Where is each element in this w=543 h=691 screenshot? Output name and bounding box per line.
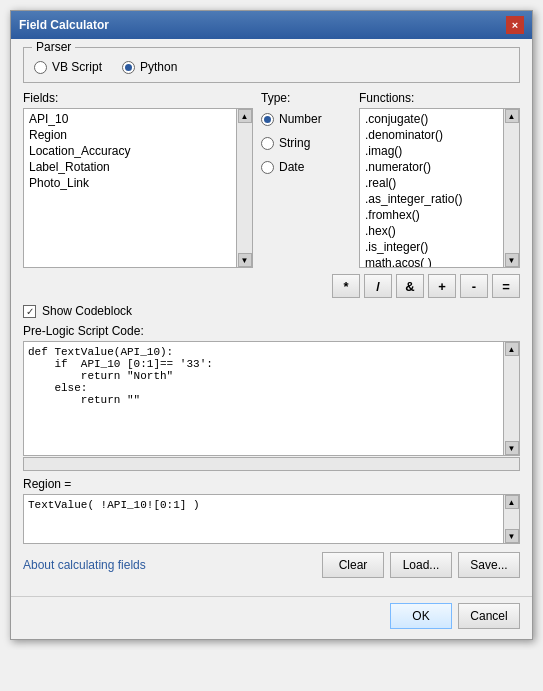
func-scroll-up[interactable]: ▲ — [505, 109, 519, 123]
func-item[interactable]: .conjugate() — [362, 111, 501, 127]
parser-options: VB Script Python — [34, 54, 509, 74]
func-item[interactable]: .hex() — [362, 223, 501, 239]
bottom-row: About calculating fields Clear Load... S… — [23, 552, 520, 584]
func-item[interactable]: .imag() — [362, 143, 501, 159]
op-ampersand[interactable]: & — [396, 274, 424, 298]
clear-button[interactable]: Clear — [322, 552, 384, 578]
field-item-photo-link[interactable]: Photo_Link — [26, 175, 234, 191]
type-date[interactable]: Date — [261, 160, 351, 174]
show-codeblock-row: Show Codeblock — [23, 304, 520, 318]
func-item[interactable]: .real() — [362, 175, 501, 191]
radio-vbscript[interactable]: VB Script — [34, 60, 102, 74]
expression-wrapper: TextValue( !API_10![0:1] ) ▲ ▼ — [23, 494, 520, 544]
field-calculator-dialog: Field Calculator × Parser VB Script Pyth… — [10, 10, 533, 640]
prescript-scroll-down[interactable]: ▼ — [505, 441, 519, 455]
ok-button[interactable]: OK — [390, 603, 452, 629]
func-item[interactable]: math.acos( ) — [362, 255, 501, 268]
expression-textarea[interactable]: TextValue( !API_10![0:1] ) — [23, 494, 504, 544]
functions-vscroll[interactable]: ▲ ▼ — [504, 108, 520, 268]
type-string-label: String — [279, 136, 310, 150]
prescript-label: Pre-Logic Script Code: — [23, 324, 520, 338]
type-date-label: Date — [279, 160, 304, 174]
type-date-circle — [261, 161, 274, 174]
fields-listbox[interactable]: API_10 Region Location_Accuracy Label_Ro… — [23, 108, 237, 268]
dialog-title: Field Calculator — [19, 18, 109, 32]
functions-listbox-wrapper: .conjugate() .denominator() .imag() .num… — [359, 108, 520, 268]
parser-group: Parser VB Script Python — [23, 47, 520, 83]
fields-scroll-down[interactable]: ▼ — [238, 253, 252, 267]
type-section: Type: Number String Date — [261, 91, 351, 268]
op-divide[interactable]: / — [364, 274, 392, 298]
expr-scroll-up[interactable]: ▲ — [505, 495, 519, 509]
ok-cancel-row: OK Cancel — [11, 596, 532, 639]
about-link[interactable]: About calculating fields — [23, 558, 146, 572]
action-buttons: Clear Load... Save... — [322, 552, 520, 578]
parser-label: Parser — [32, 40, 75, 54]
func-item[interactable]: .numerator() — [362, 159, 501, 175]
op-minus[interactable]: - — [460, 274, 488, 298]
functions-label: Functions: — [359, 91, 520, 105]
prescript-textarea[interactable]: def TextValue(API_10): if API_10 [0:1]==… — [23, 341, 504, 456]
type-string-circle — [261, 137, 274, 150]
fields-section: Fields: API_10 Region Location_Accuracy … — [23, 91, 253, 268]
prescript-section: Pre-Logic Script Code: def TextValue(API… — [23, 324, 520, 471]
type-string[interactable]: String — [261, 136, 351, 150]
functions-section: Functions: .conjugate() .denominator() .… — [359, 91, 520, 268]
save-button[interactable]: Save... — [458, 552, 520, 578]
radio-vbscript-label: VB Script — [52, 60, 102, 74]
op-plus[interactable]: + — [428, 274, 456, 298]
expression-vscroll[interactable]: ▲ ▼ — [504, 494, 520, 544]
field-item-label-rotation[interactable]: Label_Rotation — [26, 159, 234, 175]
type-number[interactable]: Number — [261, 112, 351, 126]
load-button[interactable]: Load... — [390, 552, 452, 578]
radio-vbscript-circle — [34, 61, 47, 74]
expression-section: Region = TextValue( !API_10![0:1] ) ▲ ▼ — [23, 477, 520, 544]
fields-label: Fields: — [23, 91, 253, 105]
close-button[interactable]: × — [506, 16, 524, 34]
prescript-hscroll[interactable] — [23, 457, 520, 471]
prescript-scroll-up[interactable]: ▲ — [505, 342, 519, 356]
type-number-label: Number — [279, 112, 322, 126]
op-multiply[interactable]: * — [332, 274, 360, 298]
prescript-vscroll[interactable]: ▲ ▼ — [504, 341, 520, 456]
func-item[interactable]: .fromhex() — [362, 207, 501, 223]
field-item-api10[interactable]: API_10 — [26, 111, 234, 127]
expression-label: Region = — [23, 477, 520, 491]
operators-row: * / & + - = — [23, 274, 520, 298]
fields-listbox-wrapper: API_10 Region Location_Accuracy Label_Ro… — [23, 108, 253, 268]
show-codeblock-checkbox[interactable] — [23, 305, 36, 318]
func-item[interactable]: .as_integer_ratio() — [362, 191, 501, 207]
functions-listbox[interactable]: .conjugate() .denominator() .imag() .num… — [359, 108, 504, 268]
field-item-location-accuracy[interactable]: Location_Accuracy — [26, 143, 234, 159]
field-item-region[interactable]: Region — [26, 127, 234, 143]
radio-python[interactable]: Python — [122, 60, 177, 74]
expr-scroll-down[interactable]: ▼ — [505, 529, 519, 543]
show-codeblock-label: Show Codeblock — [42, 304, 132, 318]
func-item[interactable]: .denominator() — [362, 127, 501, 143]
func-scroll-down[interactable]: ▼ — [505, 253, 519, 267]
main-section: Fields: API_10 Region Location_Accuracy … — [23, 91, 520, 268]
prescript-wrapper: def TextValue(API_10): if API_10 [0:1]==… — [23, 341, 520, 456]
radio-python-label: Python — [140, 60, 177, 74]
type-label: Type: — [261, 91, 351, 105]
fields-vscroll[interactable]: ▲ ▼ — [237, 108, 253, 268]
func-item[interactable]: .is_integer() — [362, 239, 501, 255]
radio-python-circle — [122, 61, 135, 74]
type-functions-section: Type: Number String Date — [261, 91, 520, 268]
cancel-button[interactable]: Cancel — [458, 603, 520, 629]
op-equals[interactable]: = — [492, 274, 520, 298]
title-bar: Field Calculator × — [11, 11, 532, 39]
fields-scroll-up[interactable]: ▲ — [238, 109, 252, 123]
type-number-circle — [261, 113, 274, 126]
